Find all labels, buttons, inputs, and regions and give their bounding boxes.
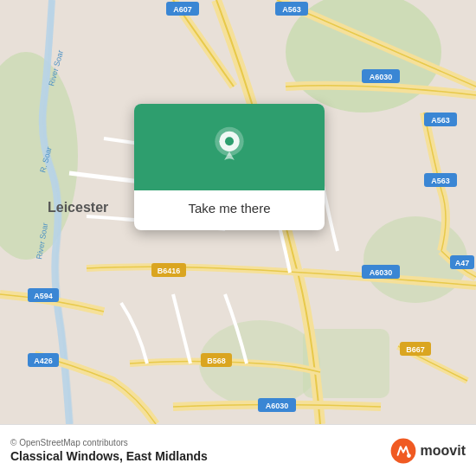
popup-header	[134, 104, 325, 190]
svg-text:A47: A47	[455, 259, 470, 267]
svg-text:A6030: A6030	[370, 73, 393, 81]
moovit-icon	[389, 437, 417, 465]
map-container: Leicester A607 A563 A6030 A563 A563 A47 …	[0, 0, 476, 424]
popup-tail	[221, 229, 238, 230]
bottom-left-info: © OpenStreetMap contributors Classical W…	[10, 438, 208, 463]
svg-text:A6030: A6030	[370, 268, 393, 277]
svg-text:Leicester: Leicester	[48, 200, 108, 215]
attribution-text: © OpenStreetMap contributors	[10, 438, 208, 447]
popup-card: Take me there	[134, 104, 325, 230]
location-pin-icon	[208, 125, 251, 169]
popup-body: Take me there	[134, 190, 325, 230]
svg-text:B6416: B6416	[158, 267, 181, 275]
svg-text:A6030: A6030	[266, 402, 289, 410]
svg-text:A563: A563	[282, 5, 301, 14]
svg-text:A563: A563	[431, 116, 450, 125]
svg-text:B568: B568	[207, 357, 226, 365]
moovit-brand-text: moovit	[421, 443, 466, 459]
svg-text:A426: A426	[34, 357, 53, 365]
svg-point-42	[225, 137, 234, 145]
svg-text:A563: A563	[431, 177, 450, 185]
bottom-bar: © OpenStreetMap contributors Classical W…	[0, 424, 476, 476]
svg-point-44	[407, 453, 411, 458]
svg-text:B667: B667	[406, 345, 425, 354]
moovit-logo: moovit	[389, 437, 466, 465]
location-name: Classical Windows, East Midlands	[10, 449, 208, 463]
take-me-there-button[interactable]: Take me there	[188, 201, 270, 215]
svg-text:A607: A607	[173, 5, 192, 14]
svg-text:A594: A594	[34, 292, 53, 300]
